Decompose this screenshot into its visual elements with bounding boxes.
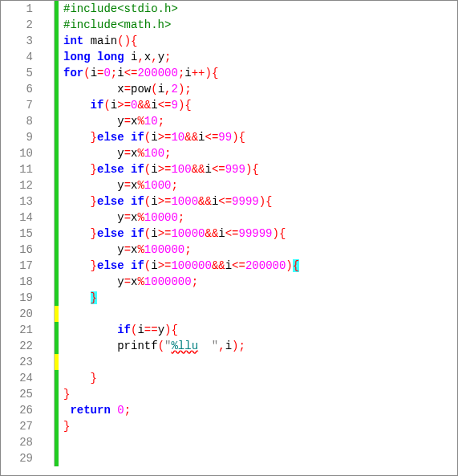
line-number: 11 [1, 161, 39, 177]
fold-gutter [39, 145, 55, 161]
code-content[interactable]: return 0; [59, 402, 131, 418]
code-line[interactable]: 18 y=x%1000000; [1, 274, 457, 290]
line-number: 23 [1, 354, 39, 370]
code-line[interactable]: 24 } [1, 370, 457, 386]
code-content[interactable]: if(i>=0&&i<=9){ [59, 97, 192, 113]
fold-gutter [39, 81, 55, 97]
code-content[interactable]: if(i==y){ [59, 322, 178, 338]
fold-gutter [39, 450, 55, 466]
line-number: 27 [1, 418, 39, 434]
line-number: 10 [1, 145, 39, 161]
code-content[interactable] [59, 306, 63, 322]
code-line[interactable]: 29 [1, 450, 457, 466]
code-line[interactable]: 17 }else if(i>=100000&&i<=200000){ [1, 258, 457, 274]
code-content[interactable]: y=x%10000; [59, 210, 184, 226]
code-line[interactable]: 13 }else if(i>=1000&&i<=9999){ [1, 193, 457, 210]
fold-gutter [39, 226, 55, 242]
code-line[interactable]: 10 y=x%100; [1, 145, 457, 161]
code-content[interactable]: } [59, 290, 97, 306]
code-content[interactable]: y=x%100; [59, 145, 171, 161]
code-line[interactable]: 28 [1, 434, 457, 450]
line-number: 9 [1, 129, 39, 145]
fold-gutter [39, 65, 55, 81]
line-number: 29 [1, 450, 39, 466]
code-line[interactable]: 14 y=x%10000; [1, 210, 457, 226]
code-content[interactable]: }else if(i>=100&&i<=999){ [59, 161, 259, 177]
line-number: 17 [1, 258, 39, 274]
fold-gutter [39, 161, 55, 177]
code-line[interactable]: 16 y=x%100000; [1, 242, 457, 258]
fold-gutter [39, 1, 55, 17]
line-number: 5 [1, 65, 39, 81]
code-line[interactable]: 19 } [1, 290, 457, 306]
line-number: 22 [1, 338, 39, 354]
code-line[interactable]: 27} [1, 418, 457, 434]
code-content[interactable]: }else if(i>=1000&&i<=9999){ [59, 193, 273, 210]
fold-gutter [39, 258, 55, 274]
code-content[interactable]: y=x%1000; [59, 177, 178, 193]
code-line[interactable]: 8 y=x%10; [1, 113, 457, 129]
fold-gutter [39, 402, 55, 418]
code-line[interactable]: 5for(i=0;i<=200000;i++){ [1, 65, 457, 81]
line-number: 8 [1, 113, 39, 129]
code-line[interactable]: 9 }else if(i>=10&&i<=99){ [1, 129, 457, 145]
code-line[interactable]: 21 if(i==y){ [1, 322, 457, 338]
code-content[interactable]: long long i,x,y; [59, 49, 171, 65]
code-line[interactable]: 7 if(i>=0&&i<=9){ [1, 97, 457, 113]
code-line[interactable]: 23 [1, 354, 457, 370]
fold-gutter [39, 193, 55, 210]
fold-gutter [39, 17, 55, 33]
code-content[interactable]: int main(){ [59, 33, 137, 49]
fold-gutter [39, 242, 55, 258]
line-number: 12 [1, 177, 39, 193]
line-number: 4 [1, 49, 39, 65]
line-number: 13 [1, 193, 39, 210]
code-content[interactable]: #include<stdio.h> [59, 1, 178, 17]
code-line[interactable]: 1#include<stdio.h> [1, 1, 457, 17]
code-line[interactable]: 26 return 0; [1, 402, 457, 418]
code-content[interactable]: }else if(i>=100000&&i<=200000){ [59, 258, 299, 274]
code-content[interactable] [59, 434, 63, 450]
code-content[interactable]: printf("%llu ",i); [59, 338, 245, 354]
line-number: 19 [1, 290, 39, 306]
code-line[interactable]: 11 }else if(i>=100&&i<=999){ [1, 161, 457, 177]
code-line[interactable]: 12 y=x%1000; [1, 177, 457, 193]
line-number: 21 [1, 322, 39, 338]
code-content[interactable]: }else if(i>=10000&&i<=99999){ [59, 226, 286, 242]
fold-gutter [39, 49, 55, 65]
fold-gutter [39, 274, 55, 290]
code-content[interactable]: for(i=0;i<=200000;i++){ [59, 65, 218, 81]
fold-gutter [39, 370, 55, 386]
code-editor[interactable]: 1#include<stdio.h>2#include<math.h>3int … [0, 0, 458, 476]
code-content[interactable]: }else if(i>=10&&i<=99){ [59, 129, 245, 145]
code-line[interactable]: 4long long i,x,y; [1, 49, 457, 65]
code-content[interactable]: } [59, 370, 97, 386]
code-line[interactable]: 20 [1, 306, 457, 322]
line-number: 2 [1, 17, 39, 33]
code-content[interactable]: y=x%1000000; [59, 274, 198, 290]
fold-gutter [39, 386, 55, 402]
code-content[interactable] [59, 450, 63, 466]
code-content[interactable]: y=x%100000; [59, 242, 192, 258]
code-line[interactable]: 2#include<math.h> [1, 17, 457, 33]
code-line[interactable]: 3int main(){ [1, 33, 457, 49]
fold-gutter [39, 322, 55, 338]
code-content[interactable]: } [59, 386, 70, 402]
fold-gutter [39, 306, 55, 322]
line-number: 25 [1, 386, 39, 402]
line-number: 6 [1, 81, 39, 97]
code-content[interactable]: y=x%10; [59, 113, 164, 129]
line-number: 14 [1, 210, 39, 226]
code-content[interactable]: } [59, 418, 70, 434]
code-content[interactable]: x=pow(i,2); [59, 81, 192, 97]
code-line[interactable]: 6 x=pow(i,2); [1, 81, 457, 97]
line-number: 1 [1, 1, 39, 17]
code-line[interactable]: 15 }else if(i>=10000&&i<=99999){ [1, 226, 457, 242]
code-content[interactable] [59, 354, 63, 370]
fold-gutter [39, 434, 55, 450]
code-line[interactable]: 25} [1, 386, 457, 402]
code-content[interactable]: #include<math.h> [59, 17, 171, 33]
fold-gutter [39, 113, 55, 129]
code-line[interactable]: 22 printf("%llu ",i); [1, 338, 457, 354]
line-number: 7 [1, 97, 39, 113]
